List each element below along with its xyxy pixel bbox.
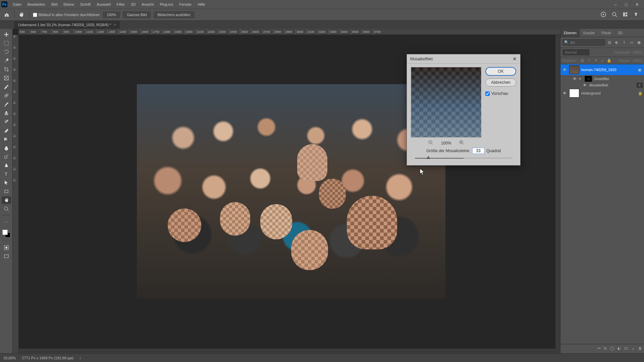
- window-maximize[interactable]: □: [624, 2, 629, 7]
- window-close[interactable]: ✕: [635, 2, 639, 7]
- home-icon[interactable]: [3, 11, 11, 19]
- cloud-docs-icon[interactable]: [600, 11, 606, 18]
- link-layers-icon[interactable]: ⚯: [597, 346, 600, 351]
- layer-row-image[interactable]: 👁 human-740259_1920 ▣: [560, 64, 644, 75]
- document-tab-close[interactable]: ×: [114, 22, 116, 27]
- filter-name[interactable]: Mosaikeffekt: [589, 83, 608, 87]
- filter-pixel-icon[interactable]: ▧: [606, 40, 612, 46]
- fit-whole-image-button[interactable]: Ganzes Bild: [123, 11, 150, 18]
- mosaic-dialog[interactable]: Mosaikeffekt ✕ 100% OK Abbrechen Vorscha…: [407, 54, 521, 166]
- menu-image[interactable]: Bild: [49, 1, 60, 8]
- lasso-tool-icon[interactable]: [2, 48, 11, 56]
- gradient-tool-icon[interactable]: [2, 135, 11, 143]
- layer-thumbnail[interactable]: [569, 89, 579, 98]
- preview-checkbox[interactable]: Vorschau: [485, 89, 516, 96]
- tab-paths[interactable]: Pfade: [598, 29, 614, 37]
- group-icon[interactable]: 🗀: [624, 346, 628, 351]
- rectangle-tool-icon[interactable]: [2, 188, 11, 195]
- edit-toolbar-icon[interactable]: ···: [2, 218, 11, 226]
- hand-tool-icon-tb[interactable]: [2, 196, 11, 204]
- ok-button[interactable]: OK: [485, 67, 516, 76]
- smart-filters-row[interactable]: 👁 ▾ ◌ Smartfilter: [560, 75, 644, 82]
- status-more-icon[interactable]: ›: [79, 356, 81, 360]
- menu-view[interactable]: Ansicht: [139, 1, 156, 8]
- filter-blend-icon[interactable]: ≡: [637, 83, 643, 87]
- lock-pixels-icon[interactable]: ▦: [580, 58, 585, 63]
- visibility-icon[interactable]: 👁: [582, 83, 587, 87]
- blur-tool-icon[interactable]: [2, 144, 11, 152]
- menu-type[interactable]: Schrift: [77, 1, 93, 8]
- layer-name[interactable]: Hintergrund: [581, 91, 636, 95]
- menu-filter[interactable]: Filter: [114, 1, 127, 8]
- fill-screen-button[interactable]: Bildschirm ausfüllen: [154, 11, 194, 18]
- dialog-close-button[interactable]: ✕: [513, 56, 517, 62]
- cell-size-slider[interactable]: [415, 156, 512, 161]
- zoom-level-button[interactable]: 100%: [103, 12, 120, 18]
- vertical-scrollbar[interactable]: [555, 35, 560, 349]
- preview-checkbox-input[interactable]: [485, 92, 490, 96]
- new-layer-icon[interactable]: ＋: [631, 346, 635, 351]
- eraser-tool-icon[interactable]: [2, 127, 11, 134]
- layer-mask-icon[interactable]: ◯: [610, 346, 614, 351]
- dialog-titlebar[interactable]: Mosaikeffekt ✕: [407, 54, 520, 64]
- menu-3d[interactable]: 3D: [128, 1, 138, 8]
- scroll-all-windows-checkbox[interactable]: Bildlauf in allen Fenstern durchführen: [33, 13, 100, 17]
- wand-tool-icon[interactable]: [2, 57, 11, 64]
- slider-thumb[interactable]: [427, 156, 430, 159]
- visibility-icon[interactable]: 👁: [562, 68, 567, 72]
- layer-row-background[interactable]: 👁 Hintergrund 🔒: [560, 88, 644, 99]
- delete-layer-icon[interactable]: 🗑: [638, 346, 642, 351]
- hand-tool-icon[interactable]: [18, 11, 26, 19]
- fill-value[interactable]: 100%: [633, 59, 642, 63]
- dodge-tool-icon[interactable]: [2, 153, 11, 160]
- lock-artboard-icon[interactable]: ▭: [600, 58, 605, 63]
- filter-smart-icon[interactable]: ▣: [636, 40, 642, 46]
- foreground-color-swatch[interactable]: [2, 230, 8, 235]
- color-swatches[interactable]: [2, 229, 11, 238]
- type-tool-icon[interactable]: T: [2, 170, 11, 178]
- visibility-icon[interactable]: 👁: [562, 91, 567, 95]
- chevron-down-icon[interactable]: ▾: [579, 77, 583, 80]
- tab-3d[interactable]: 3D: [614, 29, 626, 37]
- zoom-in-icon[interactable]: [459, 140, 464, 146]
- menu-plugins[interactable]: Plug-ins: [157, 1, 176, 8]
- smart-filter-item[interactable]: 👁 Mosaikeffekt ≡: [560, 82, 644, 88]
- eyedropper-tool-icon[interactable]: [2, 83, 11, 90]
- layer-filter-search[interactable]: 🔍 Art: [562, 39, 605, 46]
- stamp-tool-icon[interactable]: [2, 109, 11, 117]
- zoom-tool-icon[interactable]: [2, 205, 11, 213]
- filter-mask-thumb[interactable]: ◌: [585, 76, 592, 82]
- document-artboard[interactable]: [137, 84, 445, 299]
- lock-brush-icon[interactable]: ✎: [587, 58, 591, 63]
- status-zoom[interactable]: 33,06%: [3, 356, 16, 360]
- menu-file[interactable]: Datei: [10, 1, 24, 8]
- workspace-icon[interactable]: [623, 12, 628, 18]
- menu-select[interactable]: Auswahl: [94, 1, 113, 8]
- lock-icon[interactable]: 🔒: [638, 91, 643, 96]
- window-minimize[interactable]: –: [613, 2, 618, 7]
- blend-mode-select[interactable]: Normal: [562, 49, 589, 55]
- lock-all-icon[interactable]: 🔒: [607, 58, 611, 63]
- history-brush-tool-icon[interactable]: [2, 118, 11, 125]
- visibility-icon[interactable]: 👁: [572, 77, 577, 81]
- menu-edit[interactable]: Bearbeiten: [25, 1, 48, 8]
- cell-size-input[interactable]: [472, 148, 484, 154]
- tab-channels[interactable]: Kanäle: [580, 29, 598, 37]
- frame-tool-icon[interactable]: [2, 74, 11, 82]
- menu-layer[interactable]: Ebene: [61, 1, 77, 8]
- quickmask-icon[interactable]: [2, 244, 11, 251]
- horizontal-scrollbar[interactable]: [19, 349, 560, 353]
- brush-tool-icon[interactable]: [2, 101, 11, 108]
- healing-tool-icon[interactable]: [2, 92, 11, 99]
- layer-fx-icon[interactable]: fx: [604, 346, 607, 351]
- opacity-value[interactable]: 100%: [633, 50, 642, 54]
- screenmode-icon[interactable]: [2, 253, 11, 260]
- zoom-out-icon[interactable]: [428, 140, 433, 146]
- menu-help[interactable]: Hilfe: [195, 1, 208, 8]
- scroll-all-checkbox-input[interactable]: [33, 13, 37, 17]
- menu-window[interactable]: Fenster: [176, 1, 194, 8]
- cancel-button[interactable]: Abbrechen: [485, 78, 516, 86]
- pen-tool-icon[interactable]: [2, 162, 11, 169]
- preview-image[interactable]: [411, 67, 481, 137]
- move-tool-icon[interactable]: [2, 31, 11, 38]
